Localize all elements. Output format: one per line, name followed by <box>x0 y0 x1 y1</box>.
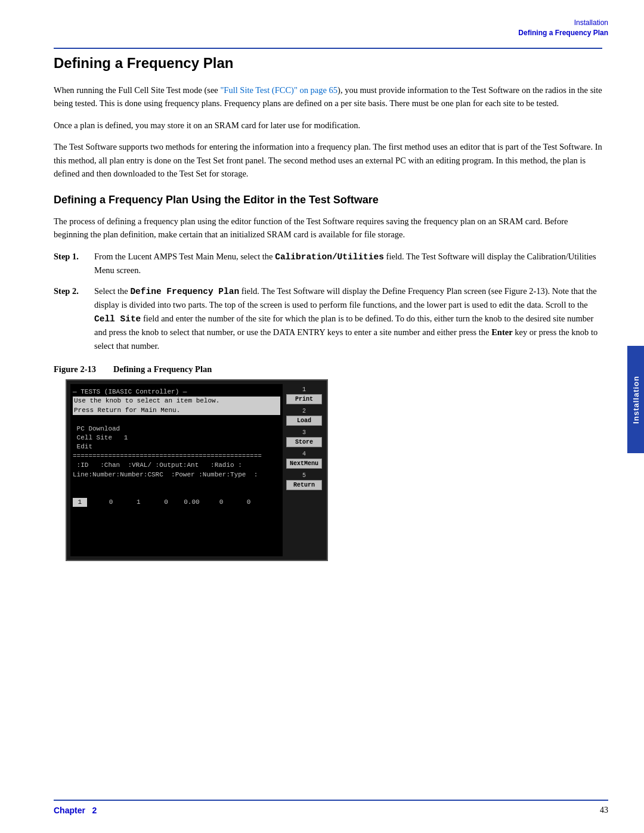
btn-group-store: 3 Store <box>286 429 322 447</box>
page-footer: Chapter 2 43 <box>54 800 608 815</box>
terminal-screen: — TESTS (IBASIC Controller) — Use the kn… <box>70 384 283 556</box>
side-tab: Installation <box>627 346 644 453</box>
terminal-blank-2 <box>73 479 280 488</box>
step-1-body: From the Lucent AMPS Test Main Menu, sel… <box>94 250 602 277</box>
fcc-link[interactable]: "Full Site Test (FCC)" on page 65 <box>220 85 338 95</box>
terminal-blank-8 <box>73 544 280 553</box>
btn-load-prefix: 2 <box>302 408 306 414</box>
btn-group-load: 2 Load <box>286 408 322 426</box>
step-1: Step 1. From the Lucent AMPS Test Main M… <box>54 250 602 277</box>
section-para: The process of defining a frequency plan… <box>54 215 602 241</box>
btn-return-prefix: 5 <box>302 472 306 479</box>
terminal-blank-4 <box>73 507 280 516</box>
page-header: Installation Defining a Frequency Plan <box>518 18 608 38</box>
step-2-label: Step 2. <box>54 284 94 352</box>
step-2: Step 2. Select the Define Frequency Plan… <box>54 284 602 352</box>
btn-return[interactable]: Return <box>286 480 322 490</box>
intro-para-3: The Test Software supports two methods f… <box>54 140 602 180</box>
header-top-line: Installation <box>518 18 608 28</box>
btn-group-nextmenu: 4 NextMenu <box>286 451 322 469</box>
footer-chapter-number: 2 <box>92 806 97 815</box>
terminal-buttons-panel: 1 Print 2 Load 3 Store 4 NextMenu 5 Re <box>285 384 323 556</box>
terminal-highlight-2: Press Return for Main Menu. <box>73 406 280 415</box>
btn-store-prefix: 3 <box>302 429 306 436</box>
btn-nextmenu[interactable]: NextMenu <box>286 459 322 469</box>
terminal-selected-cell: 1 <box>73 498 87 507</box>
main-content: Defining a Frequency Plan When running t… <box>54 42 602 573</box>
footer-chapter-label: Chapter 2 <box>54 806 97 815</box>
terminal-line-blank <box>73 415 280 424</box>
terminal-blank-3 <box>73 488 280 497</box>
intro-para-1: When running the Full Cell Site Test mod… <box>54 83 602 110</box>
section-heading: Defining a Frequency Plan Using the Edit… <box>54 194 602 206</box>
footer-page-number: 43 <box>600 806 608 815</box>
top-rule <box>54 48 602 49</box>
step-2-body: Select the Define Frequency Plan field. … <box>94 284 602 352</box>
step-1-label: Step 1. <box>54 250 94 277</box>
terminal-header-1: :ID :Chan :VRAL/ :Output:Ant :Radio : <box>73 461 280 470</box>
terminal-title: — TESTS (IBASIC Controller) — <box>73 388 187 395</box>
header-bold-line: Defining a Frequency Plan <box>518 28 608 38</box>
terminal-highlight-1: Use the knob to select an item below. <box>73 397 280 405</box>
figure-caption: Defining a Frequency Plan <box>113 364 212 374</box>
terminal-menu-1: PC Download <box>73 425 280 433</box>
terminal-blank-5 <box>73 516 280 525</box>
intro-para-2: Once a plan is defined, you may store it… <box>54 119 602 132</box>
footer-chapter-word: Chapter <box>54 806 85 815</box>
btn-nextmenu-prefix: 4 <box>302 451 306 457</box>
figure-label: Figure 2-13 <box>54 364 113 374</box>
chapter-title: Defining a Frequency Plan <box>54 55 602 72</box>
terminal-menu-3: Edit <box>73 442 280 451</box>
side-tab-label: Installation <box>631 376 640 424</box>
btn-group-return: 5 Return <box>286 472 322 490</box>
terminal-blank-6 <box>73 525 280 534</box>
btn-store[interactable]: Store <box>286 437 322 447</box>
figure-label-row: Figure 2-13 Defining a Frequency Plan <box>54 364 602 374</box>
btn-print[interactable]: Print <box>286 394 322 404</box>
btn-print-prefix: 1 <box>302 386 306 393</box>
terminal-menu-2: Cell Site 1 <box>73 433 280 442</box>
terminal-header-2: Line:Number:Number:CSRC :Power :Number:T… <box>73 470 280 479</box>
btn-load[interactable]: Load <box>286 416 322 426</box>
btn-group-print: 1 Print <box>286 386 322 404</box>
terminal-data-values: 0 1 0 0.00 0 0 <box>89 498 251 507</box>
figure-2-13: Figure 2-13 Defining a Frequency Plan — … <box>54 364 602 561</box>
terminal-screen-outer: — TESTS (IBASIC Controller) — Use the kn… <box>66 379 328 561</box>
terminal-separator: ========================================… <box>73 452 280 461</box>
terminal-data-row: 1 0 1 0 0.00 0 0 <box>73 498 280 507</box>
terminal-blank-7 <box>73 534 280 543</box>
